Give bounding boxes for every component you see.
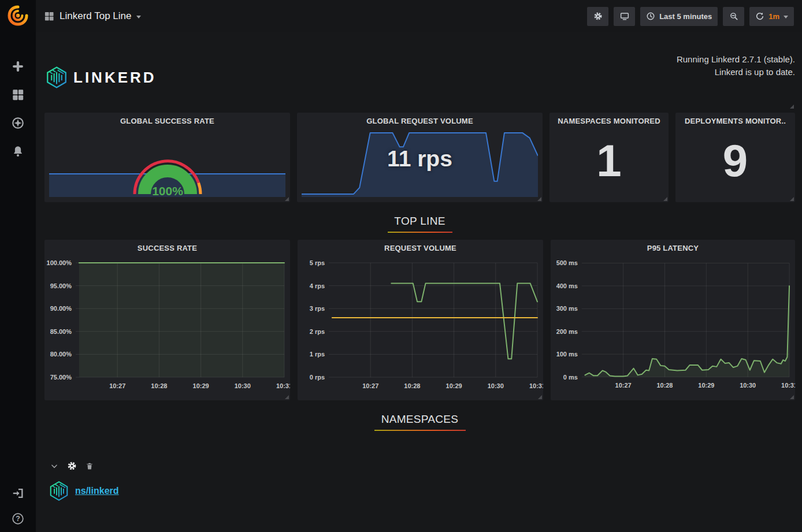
dashboard-settings-button[interactable] (587, 7, 608, 26)
dashboards-grid-icon[interactable] (12, 88, 24, 101)
gear-icon (593, 12, 603, 21)
svg-text:4 rps: 4 rps (310, 282, 325, 289)
linkerd-logo-icon (48, 480, 70, 502)
namespace-link[interactable]: ns/linkerd (75, 486, 119, 496)
panel-namespaces-monitored: NAMESPACES MONITORED 1 (549, 113, 669, 202)
tv-kiosk-button[interactable] (614, 7, 635, 26)
svg-text:0 ms: 0 ms (563, 374, 578, 381)
success-rate-chart: 75.00%80.00%85.00%90.00%95.00%100.00%10:… (44, 256, 290, 397)
svg-text:10:30: 10:30 (740, 382, 756, 389)
svg-text:400 ms: 400 ms (556, 282, 578, 289)
panel-title[interactable]: NAMESPACES MONITORED (549, 113, 669, 129)
refresh-button[interactable]: 1m (749, 7, 794, 26)
panel-resize-handle[interactable] (790, 105, 794, 109)
dashboard-content: LINKERD Running Linkerd 2.7.1 (stable). … (36, 32, 802, 502)
panel-title[interactable]: GLOBAL REQUEST VOLUME (297, 113, 543, 129)
request-volume-chart: 0 rps1 rps2 rps3 rps4 rps5 rps10:2710:28… (298, 256, 543, 397)
svg-text:3 rps: 3 rps (310, 305, 325, 312)
panel-title[interactable]: SUCCESS RATE (44, 240, 290, 256)
svg-text:95.00%: 95.00% (50, 282, 72, 289)
panel-resize-handle[interactable] (790, 197, 794, 201)
linkerd-logo-icon (44, 65, 69, 90)
svg-text:85.00%: 85.00% (50, 328, 72, 335)
dashboard-title: Linkerd Top Line (60, 10, 131, 22)
panel-resize-handle[interactable] (790, 395, 794, 399)
svg-text:75.00%: 75.00% (50, 374, 72, 381)
linkerd-version-status: Running Linkerd 2.7.1 (stable). Linkerd … (677, 45, 795, 110)
panel-resize-handle[interactable] (285, 197, 289, 201)
panel-global-request-volume: GLOBAL REQUEST VOLUME 11 rps (297, 113, 543, 202)
success-rate-gauge: 100% (124, 149, 211, 200)
panel-resize-handle[interactable] (538, 395, 542, 399)
svg-text:10:31: 10:31 (781, 382, 795, 389)
panel-title[interactable]: P95 LATENCY (551, 240, 795, 256)
sidebar: ? (0, 0, 36, 532)
linkerd-wordmark: LINKERD (73, 69, 157, 87)
svg-text:10:29: 10:29 (698, 382, 714, 389)
svg-text:10:31: 10:31 (276, 382, 290, 389)
row-collapse-chevron-icon[interactable] (50, 462, 58, 470)
monitor-icon (620, 12, 629, 21)
request-volume-value: 11 rps (297, 146, 543, 171)
panel-request-volume-chart: REQUEST VOLUME 0 rps1 rps2 rps3 rps4 rps… (298, 240, 543, 400)
refresh-icon (755, 12, 764, 21)
section-top-line: TOP LINE (44, 215, 795, 233)
svg-text:80.00%: 80.00% (50, 351, 72, 358)
explore-compass-icon[interactable] (12, 117, 24, 129)
svg-text:10:28: 10:28 (656, 382, 673, 389)
grafana-logo[interactable] (7, 5, 29, 27)
panel-success-rate-chart: SUCCESS RATE 75.00%80.00%85.00%90.00%95.… (44, 240, 290, 400)
svg-text:10:29: 10:29 (446, 382, 462, 389)
svg-text:10:30: 10:30 (488, 382, 504, 389)
svg-text:?: ? (16, 515, 20, 523)
svg-text:0 rps: 0 rps (310, 374, 325, 381)
dashboard-title-dropdown[interactable]: Linkerd Top Line (44, 10, 141, 22)
time-range-button[interactable]: Last 5 minutes (640, 7, 718, 26)
linkerd-brand: LINKERD (44, 45, 157, 110)
version-line: Running Linkerd 2.7.1 (stable). (677, 53, 795, 66)
svg-text:100.00%: 100.00% (47, 259, 72, 266)
sign-in-icon[interactable] (12, 487, 24, 500)
gauge-value: 100% (152, 184, 183, 198)
svg-text:1 rps: 1 rps (310, 351, 325, 358)
panel-global-success-rate: GLOBAL SUCCESS RATE 100% (44, 113, 290, 202)
row-edit-controls (50, 461, 795, 471)
uptodate-line: Linkerd is up to date. (677, 66, 795, 79)
section-title: TOP LINE (394, 215, 445, 227)
svg-text:10:29: 10:29 (193, 382, 209, 389)
section-namespaces: NAMESPACES (44, 413, 795, 431)
chevron-down-icon (784, 16, 788, 18)
panel-resize-handle[interactable] (537, 197, 541, 201)
alerting-bell-icon[interactable] (12, 145, 24, 158)
create-plus-icon[interactable] (12, 60, 24, 73)
namespaces-count: 1 (549, 135, 669, 187)
top-line-charts-row: SUCCESS RATE 75.00%80.00%85.00%90.00%95.… (44, 240, 795, 400)
refresh-interval-label: 1m (768, 12, 779, 21)
top-navbar: Linkerd Top Line Last 5 minutes (36, 0, 802, 32)
time-range-label: Last 5 minutes (659, 12, 712, 21)
panel-title[interactable]: REQUEST VOLUME (298, 240, 543, 256)
panel-deployments-monitored: DEPLOYMENTS MONITOR.. 9 (675, 113, 795, 202)
svg-text:5 rps: 5 rps (310, 259, 325, 266)
dashboard-grid-icon (44, 11, 54, 21)
svg-text:90.00%: 90.00% (50, 305, 72, 312)
panel-resize-handle[interactable] (285, 395, 289, 399)
p95-latency-chart: 0 ms100 ms200 ms300 ms400 ms500 ms10:271… (551, 256, 795, 397)
zoom-out-button[interactable] (723, 7, 744, 26)
panel-resize-handle[interactable] (663, 197, 667, 201)
help-icon[interactable]: ? (12, 512, 24, 525)
chevron-down-icon (136, 16, 141, 18)
svg-text:10:27: 10:27 (362, 382, 378, 389)
svg-text:10:27: 10:27 (615, 382, 632, 389)
section-underline (388, 232, 452, 233)
row-delete-trash-icon[interactable] (86, 462, 94, 470)
svg-text:10:30: 10:30 (235, 382, 251, 389)
top-stats-row: GLOBAL SUCCESS RATE 100% GLOBAL REQUEST … (44, 113, 795, 202)
panel-title[interactable]: GLOBAL SUCCESS RATE (44, 113, 290, 129)
row-settings-gear-icon[interactable] (67, 461, 77, 471)
svg-text:10:28: 10:28 (151, 382, 167, 389)
section-underline (374, 430, 466, 431)
svg-text:10:31: 10:31 (529, 382, 543, 389)
deployments-count: 9 (675, 135, 795, 187)
panel-title[interactable]: DEPLOYMENTS MONITOR.. (675, 113, 795, 129)
